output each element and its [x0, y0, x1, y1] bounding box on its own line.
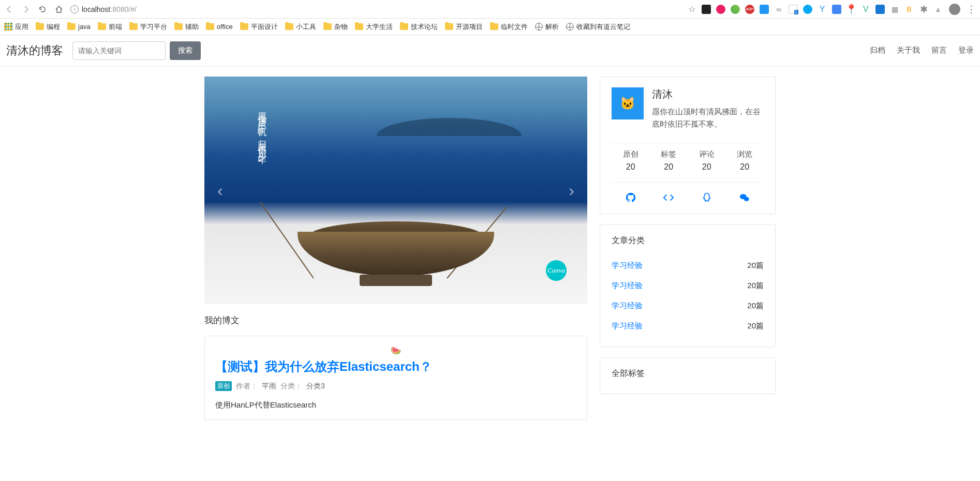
stat-value: 20: [740, 162, 749, 171]
bookmark-folder[interactable]: 前端: [98, 22, 122, 32]
nav-link[interactable]: 登录: [958, 46, 974, 55]
bookmark-bar: 应用 编程java前端学习平台辅助office平面设计小工具杂物大学生活技术论坛…: [0, 19, 980, 35]
bookmark-folder[interactable]: java: [67, 22, 91, 32]
decor-icon: 🍉: [215, 345, 576, 355]
post-title-link[interactable]: 【测试】我为什么放弃Elasticsearch？: [215, 358, 576, 375]
category-value: 分类3: [306, 382, 325, 391]
category-item: 学习经验20篇: [612, 255, 764, 276]
home-button[interactable]: [54, 4, 64, 14]
globe-icon: [566, 23, 574, 31]
stat-label: 原创: [623, 149, 639, 159]
carousel-next-button[interactable]: ›: [569, 181, 574, 200]
category-link[interactable]: 学习经验: [612, 261, 643, 270]
categories-card: 文章分类 学习经验20篇学习经验20篇学习经验20篇学习经验20篇: [600, 224, 776, 347]
bookmark-label: 临时文件: [501, 22, 528, 32]
bookmark-folder[interactable]: 杂物: [323, 22, 348, 32]
reload-button[interactable]: [37, 4, 48, 14]
folder-icon: [98, 23, 106, 30]
category-link[interactable]: 学习经验: [612, 301, 643, 311]
ext-icon[interactable]: [832, 5, 841, 14]
folder-icon: [400, 23, 408, 30]
apps-button[interactable]: 应用: [4, 22, 28, 32]
bookmark-folder[interactable]: 开源项目: [445, 22, 483, 32]
abp-icon[interactable]: ABP: [745, 5, 754, 14]
bookmark-folder[interactable]: 平面设计: [240, 22, 278, 32]
folder-icon: [355, 23, 363, 30]
folder-icon: [285, 23, 293, 30]
profile-avatar: 🐱: [612, 87, 644, 119]
ext-icon[interactable]: ▦: [890, 5, 899, 14]
nav-link[interactable]: 关于我: [897, 46, 920, 55]
stat-value: 20: [702, 162, 711, 171]
folder-icon: [36, 23, 44, 30]
back-button[interactable]: [4, 4, 14, 14]
ext-icon[interactable]: ✱: [919, 5, 928, 14]
hero-text: 愿你历尽千帆 归来仍是少年: [256, 105, 268, 152]
folder-icon: [240, 23, 248, 30]
stat-label: 标签: [661, 149, 676, 159]
canva-badge: Canva: [546, 260, 567, 281]
category-count: 20篇: [747, 321, 764, 331]
category-label: 分类：: [280, 382, 302, 391]
stat-item: 标签20: [661, 149, 676, 172]
extension-icons: ABP ∞ 1 Y 📍 V ▦ B ✱ ▲: [702, 5, 943, 14]
category-link[interactable]: 学习经验: [612, 321, 643, 331]
ext-icon[interactable]: ▲: [933, 5, 943, 14]
github-icon[interactable]: [625, 192, 636, 203]
bookmark-label: 学习平台: [140, 22, 167, 32]
wechat-icon[interactable]: [739, 192, 750, 203]
folder-icon: [490, 23, 498, 30]
profile-avatar-icon[interactable]: [949, 4, 960, 15]
bookmark-label: 编程: [47, 22, 60, 32]
nav-link[interactable]: 留言: [931, 46, 947, 55]
menu-dots-icon[interactable]: ⋮: [967, 4, 976, 15]
vue-icon[interactable]: V: [861, 5, 870, 14]
bookmark-label: 杂物: [334, 22, 348, 32]
bookmark-link[interactable]: 解析: [535, 22, 559, 32]
bookmark-folder[interactable]: office: [206, 22, 233, 32]
ext-icon[interactable]: Y: [818, 5, 827, 14]
category-count: 20篇: [747, 281, 764, 291]
search-input[interactable]: [72, 41, 166, 60]
ext-icon[interactable]: [760, 5, 769, 14]
category-count: 20篇: [747, 301, 764, 311]
stat-value: 20: [664, 162, 673, 171]
bookmark-folder[interactable]: 临时文件: [490, 22, 528, 32]
ext-icon[interactable]: 📍: [847, 5, 856, 14]
forward-button[interactable]: [21, 4, 31, 14]
hero-line-2: 归来仍是少年: [256, 133, 268, 152]
ext-icon[interactable]: [803, 5, 812, 14]
apps-icon: [4, 23, 12, 31]
bookmark-label: 小工具: [296, 22, 316, 32]
search-button[interactable]: 搜索: [170, 41, 201, 60]
stat-value: 20: [626, 162, 635, 171]
category-item: 学习经验20篇: [612, 276, 764, 296]
ext-icon[interactable]: [731, 5, 740, 14]
bookmark-folder[interactable]: 编程: [36, 22, 60, 32]
bookmark-link[interactable]: 收藏到有道云笔记: [566, 22, 630, 32]
category-count: 20篇: [747, 261, 764, 270]
site-info-icon[interactable]: i: [70, 5, 79, 13]
nav-link[interactable]: 归档: [870, 46, 885, 55]
qq-icon[interactable]: [701, 192, 712, 203]
ext-icon[interactable]: B: [904, 5, 914, 14]
code-icon[interactable]: [663, 192, 674, 203]
blog-title[interactable]: 清沐的博客: [6, 43, 63, 58]
ext-icon[interactable]: [702, 5, 711, 14]
ext-icon[interactable]: [716, 5, 725, 14]
bookmark-star-icon[interactable]: ☆: [688, 4, 695, 14]
svg-point-1: [744, 197, 749, 201]
bookmark-folder[interactable]: 小工具: [285, 22, 316, 32]
category-link[interactable]: 学习经验: [612, 281, 643, 291]
folder-icon: [174, 23, 183, 30]
ext-icon[interactable]: ∞: [774, 5, 783, 14]
bookmark-folder[interactable]: 学习平台: [129, 22, 167, 32]
carousel-prev-button[interactable]: ‹: [217, 181, 223, 200]
url-bar[interactable]: i localhost:8080/#/: [70, 5, 682, 13]
bookmark-label: 平面设计: [251, 22, 278, 32]
bookmark-folder[interactable]: 辅助: [174, 22, 199, 32]
ext-icon[interactable]: 1: [789, 5, 798, 14]
bookmark-folder[interactable]: 大学生活: [355, 22, 393, 32]
bookmark-folder[interactable]: 技术论坛: [400, 22, 438, 32]
ext-icon[interactable]: [875, 5, 885, 14]
